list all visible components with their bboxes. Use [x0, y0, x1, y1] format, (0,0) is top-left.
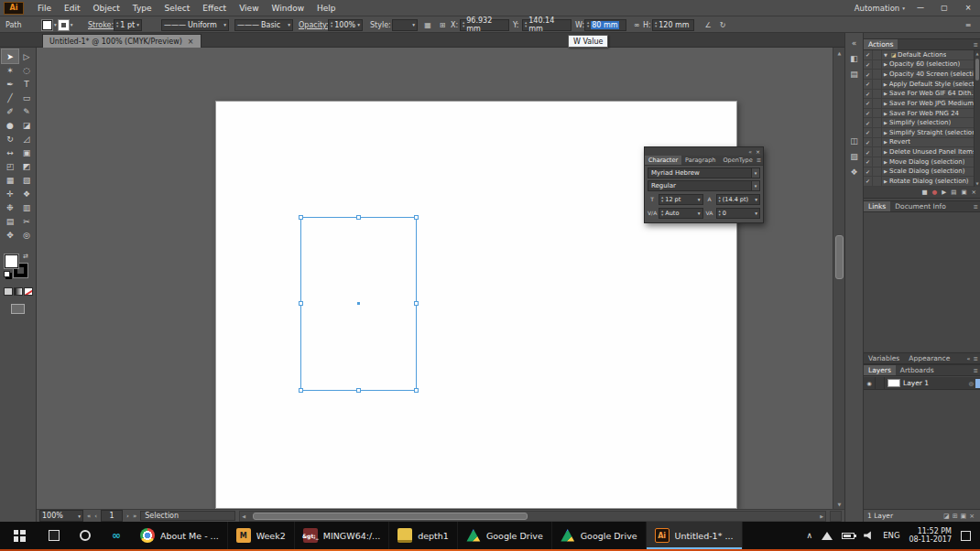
expand-icon[interactable]: ▶: [882, 101, 889, 106]
taskbar-app-mingw64[interactable]: &gt;_ MINGW64:/...: [295, 522, 389, 549]
column-graph-tool[interactable]: ▥: [18, 200, 35, 214]
canvas[interactable]: ▲ ▼: [37, 48, 844, 509]
pinned-app-loop[interactable]: ∞: [101, 522, 132, 549]
close-button[interactable]: ×: [960, 2, 976, 14]
chevron-down-icon[interactable]: ▾: [288, 22, 290, 27]
scroll-up-icon[interactable]: ▲: [975, 50, 980, 57]
chevron-down-icon[interactable]: ▾: [751, 168, 759, 178]
perspective-grid-tool[interactable]: ◩: [18, 159, 35, 173]
menu-file[interactable]: File: [31, 0, 58, 16]
control-panel-menu-icon[interactable]: ≡: [962, 18, 975, 31]
action-item[interactable]: ✓▶Save For Web PNG 24: [864, 109, 980, 119]
selected-rectangle[interactable]: [300, 217, 417, 391]
tab-close-icon[interactable]: ×: [188, 38, 194, 46]
width-profile-dropdown[interactable]: ——— Uniform ▾: [161, 19, 229, 31]
artboard-number-field[interactable]: 1: [101, 510, 123, 522]
menu-select[interactable]: Select: [158, 0, 196, 16]
scroll-down-icon[interactable]: ▼: [833, 499, 844, 509]
brushes-panel-icon[interactable]: ▨: [850, 148, 858, 164]
action-item[interactable]: ✓▶Scale Dialog (selection): [864, 167, 980, 178]
tab-actions[interactable]: Actions: [864, 39, 898, 49]
delete-layer-icon[interactable]: ×: [969, 513, 975, 520]
check-icon[interactable]: ✓: [864, 118, 873, 127]
magic-wand-tool[interactable]: ✶: [2, 63, 18, 77]
check-icon[interactable]: ✓: [864, 60, 873, 70]
chevron-down-icon[interactable]: ▾: [755, 197, 757, 202]
handle-top-left[interactable]: [299, 215, 303, 220]
tab-variables[interactable]: Variables: [864, 353, 904, 363]
scroll-down-icon[interactable]: ▼: [975, 180, 980, 187]
chevron-down-icon[interactable]: ▾: [357, 22, 360, 27]
check-icon[interactable]: ✓: [864, 147, 873, 157]
stroke-panel-link[interactable]: Stroke:: [88, 18, 114, 31]
dialog-toggle-box[interactable]: [873, 60, 882, 70]
rotate-icon[interactable]: ↻: [716, 18, 729, 31]
stepper-icon[interactable]: ▴▾: [655, 21, 657, 27]
stop-recording-icon[interactable]: ■: [921, 189, 927, 196]
w-field[interactable]: ▴▾ 80 mm: [584, 19, 626, 31]
rectangle-tool[interactable]: ▭: [18, 91, 35, 104]
stroke-dropdown-icon[interactable]: ▾: [71, 22, 73, 27]
panel-menu-icon[interactable]: ≡: [974, 41, 978, 49]
handle-top-right[interactable]: [414, 215, 419, 220]
character-panel-titlebar[interactable]: « ×: [645, 147, 763, 156]
shape-properties-icon[interactable]: ▦: [421, 18, 434, 31]
action-center-icon[interactable]: [961, 531, 971, 541]
scroll-up-icon[interactable]: ▲: [833, 48, 844, 58]
expand-icon[interactable]: ▶: [882, 81, 889, 87]
handle-bottom-right[interactable]: [414, 388, 419, 393]
dialog-toggle-box[interactable]: [873, 99, 882, 108]
lasso-tool[interactable]: ◌: [18, 63, 35, 77]
action-item[interactable]: ✓▶Save For Web JPG Medium: [864, 99, 980, 109]
eraser-tool[interactable]: ◪: [18, 118, 35, 132]
tab-appearance[interactable]: Appearance: [904, 353, 954, 363]
check-icon[interactable]: ✓: [864, 157, 873, 167]
color-panel-icon[interactable]: ◧: [850, 50, 858, 66]
collapse-icon[interactable]: ▼: [882, 52, 889, 58]
expand-icon[interactable]: ▶: [882, 130, 889, 135]
clock[interactable]: 11:52 PM 08-11-2017: [909, 527, 953, 545]
stroke-width-field[interactable]: ▴▾ 1 pt ▾: [114, 19, 142, 31]
expand-icon[interactable]: ▶: [882, 61, 889, 67]
chevron-down-icon[interactable]: ▾: [78, 513, 81, 519]
expand-icon[interactable]: ▶: [882, 168, 889, 174]
handle-middle-right[interactable]: [414, 301, 419, 306]
paintbrush-tool[interactable]: ✐: [2, 104, 18, 118]
new-action-icon[interactable]: ▣: [961, 189, 966, 196]
taskbar-app-google-drive-2[interactable]: Google Drive: [552, 522, 647, 549]
tab-paragraph[interactable]: Paragraph: [681, 156, 719, 165]
play-icon[interactable]: ▶: [942, 189, 946, 196]
menu-edit[interactable]: Edit: [58, 0, 86, 16]
change-screen-mode-button[interactable]: [11, 304, 25, 314]
tab-opentype[interactable]: OpenType: [719, 156, 756, 165]
check-icon[interactable]: ✓: [864, 90, 873, 99]
expand-icon[interactable]: ▶: [882, 120, 889, 125]
none-button[interactable]: [24, 287, 33, 296]
line-segment-tool[interactable]: ╱: [2, 91, 18, 104]
opacity-field[interactable]: ▴▾ 100% ▾: [328, 19, 363, 31]
check-icon[interactable]: ✓: [864, 138, 873, 147]
first-artboard-icon[interactable]: «: [87, 513, 91, 520]
action-item[interactable]: ✓▶Apply Default Style (selecti...: [864, 80, 980, 90]
zoom-dropdown[interactable]: 100% ▾: [39, 510, 83, 522]
stroke-swatch[interactable]: [59, 20, 69, 30]
restore-button[interactable]: ▢: [936, 2, 953, 14]
pencil-tool[interactable]: ✎: [18, 104, 35, 118]
actions-scroll-thumb[interactable]: [975, 59, 979, 81]
action-item[interactable]: ✓▶Save For Web GIF 64 Dith...: [864, 90, 980, 100]
expand-icon[interactable]: ▶: [882, 91, 889, 96]
dialog-toggle-box[interactable]: [873, 109, 882, 118]
pinned-app-ring[interactable]: [70, 522, 101, 549]
taskbar-app-depth1[interactable]: depth1: [389, 522, 458, 549]
dialog-toggle-box[interactable]: [873, 70, 882, 79]
dialog-toggle-box[interactable]: [873, 147, 882, 157]
speaker-icon[interactable]: [864, 531, 874, 540]
zoom-tool[interactable]: ◎: [18, 228, 35, 242]
delete-action-icon[interactable]: ×: [972, 189, 976, 196]
shear-icon[interactable]: ∠: [702, 18, 714, 31]
status-display[interactable]: Selection: [140, 511, 235, 521]
handle-bottom-middle[interactable]: [356, 388, 361, 393]
blend-tool[interactable]: ❖: [18, 187, 35, 200]
actions-scrollbar[interactable]: ▲ ▼: [974, 50, 980, 187]
action-item[interactable]: ✓▶Opacity 40 Screen (selecti...: [864, 70, 980, 80]
